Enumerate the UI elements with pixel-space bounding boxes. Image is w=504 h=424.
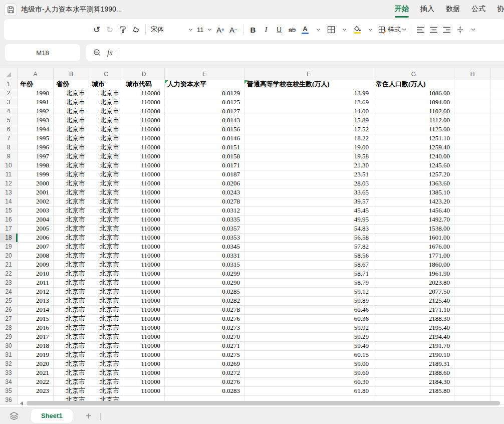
cell-E20[interactable]: 0.0331 [165,252,244,261]
cell-F4[interactable]: 14.00 [244,107,373,116]
cell-F27[interactable]: 60.36 [244,315,373,324]
cell-G6[interactable]: 1125.00 [373,125,454,134]
cell-G24[interactable]: 2077.50 [373,288,454,297]
cell-F30[interactable]: 59.49 [244,342,373,351]
cell-E27[interactable]: 0.0276 [165,315,244,324]
cell-G9[interactable]: 1240.00 [373,152,454,161]
cell-F20[interactable]: 58.56 [244,252,373,261]
font-size-select[interactable]: 11 [195,23,214,37]
row-header-10[interactable]: 10 [0,161,18,170]
increase-font-button[interactable]: A+ [214,23,227,37]
eraser-button[interactable] [129,23,142,37]
cell-F2[interactable]: 13.99 [244,89,373,98]
cell-A22[interactable]: 2010 [18,270,54,279]
cell-D30[interactable]: 110000 [123,342,165,351]
cell-G30[interactable]: 2191.70 [373,342,454,351]
cell-E26[interactable]: 0.0278 [165,306,244,315]
zoom-search-icon[interactable] [93,49,101,57]
cell-A19[interactable]: 2007 [18,243,54,252]
cell-F12[interactable]: 28.03 [244,179,373,188]
cell-G7[interactable]: 1251.10 [373,134,454,143]
row-header-21[interactable]: 21 [0,261,18,270]
cell-B17[interactable]: 北京市 [54,225,89,234]
sheet-list-button[interactable] [9,411,19,420]
scroll-left-icon[interactable] [20,401,23,405]
cell-D22[interactable]: 110000 [123,270,165,279]
cell-partial-16[interactable] [491,216,504,225]
cell-B13[interactable]: 北京市 [54,188,89,197]
cell-G15[interactable]: 1456.40 [373,206,454,216]
fill-color-button[interactable] [351,23,364,37]
tab-home[interactable]: 开始 [395,5,409,17]
cell-H6[interactable] [454,125,491,134]
cell-C19[interactable]: 北京市 [89,243,123,252]
cell-B14[interactable]: 北京市 [54,197,89,206]
cell-F1[interactable]: 普通高等学校在校生数(万人) [244,80,373,89]
cell-C26[interactable]: 北京市 [89,306,123,315]
cell-B30[interactable]: 北京市 [54,342,89,351]
cell-D17[interactable]: 110000 [123,225,165,234]
cell-B11[interactable]: 北京市 [54,170,89,179]
cell-partial-15[interactable] [491,206,504,216]
cell-A27[interactable]: 2015 [18,315,54,324]
cell-A12[interactable]: 2000 [18,179,54,188]
cell-F32[interactable]: 59.00 [244,360,373,369]
cell-H22[interactable] [454,270,491,279]
cell-partial-32[interactable] [491,360,504,369]
row-header-31[interactable]: 31 [0,351,18,360]
cell-B3[interactable]: 北京市 [54,98,89,107]
cell-B29[interactable]: 北京市 [54,333,89,342]
cell-C21[interactable]: 北京市 [89,261,123,270]
cell-H26[interactable] [454,306,491,315]
cell-E11[interactable]: 0.0187 [165,170,244,179]
cell-C8[interactable]: 北京市 [89,143,123,152]
cell-B33[interactable]: 北京市 [54,369,89,378]
cell-A35[interactable]: 2023 [18,387,54,396]
cell-D1[interactable]: 城市代码 [123,80,165,89]
cell-F24[interactable]: 59.12 [244,288,373,297]
cell-H15[interactable] [454,206,491,216]
cell-C30[interactable]: 北京市 [89,342,123,351]
row-header-18[interactable]: 18 [0,234,18,243]
cell-C1[interactable]: 城市 [89,80,123,89]
cell-E25[interactable]: 0.0282 [165,297,244,306]
cell-H35[interactable] [454,387,491,396]
cell-B9[interactable]: 北京市 [54,152,89,161]
cell-G10[interactable]: 1245.60 [373,161,454,170]
cell-partial-20[interactable] [491,252,504,261]
cell-B1[interactable]: 省份 [54,80,89,89]
cell-D3[interactable]: 110000 [123,98,165,107]
cell-F14[interactable]: 39.57 [244,197,373,206]
cell-G17[interactable]: 1538.00 [373,225,454,234]
cell-B32[interactable]: 北京市 [54,360,89,369]
cell-H14[interactable] [454,197,491,206]
cell-D31[interactable]: 110000 [123,351,165,360]
row-header-12[interactable]: 12 [0,179,18,188]
cell-partial-26[interactable] [491,306,504,315]
cell-G23[interactable]: 2023.80 [373,279,454,288]
formula-input[interactable] [118,44,504,61]
cell-D18[interactable]: 110000 [123,234,165,243]
cell-H21[interactable] [454,261,491,270]
cell-F28[interactable]: 59.92 [244,324,373,333]
cell-C18[interactable]: 北京市 [89,234,123,243]
cell-G27[interactable]: 2188.30 [373,315,454,324]
cell-C7[interactable]: 北京市 [89,134,123,143]
cell-B12[interactable]: 北京市 [54,179,89,188]
tab-formulas[interactable]: 公式 [471,5,485,17]
cell-B24[interactable]: 北京市 [54,288,89,297]
cell-E6[interactable]: 0.0156 [165,125,244,134]
cell-partial-1[interactable] [491,80,504,89]
row-header-3[interactable]: 3 [0,98,18,107]
cell-H30[interactable] [454,342,491,351]
cell-H7[interactable] [454,134,491,143]
cell-G4[interactable]: 1102.00 [373,107,454,116]
cell-D33[interactable]: 110000 [123,369,165,378]
row-header-6[interactable]: 6 [0,125,18,134]
cell-D2[interactable]: 110000 [123,89,165,98]
cell-partial-35[interactable] [491,387,504,396]
row-header-7[interactable]: 7 [0,134,18,143]
row-header-19[interactable]: 19 [0,243,18,252]
cell-C3[interactable]: 北京市 [89,98,123,107]
cell-partial-11[interactable] [491,170,504,179]
